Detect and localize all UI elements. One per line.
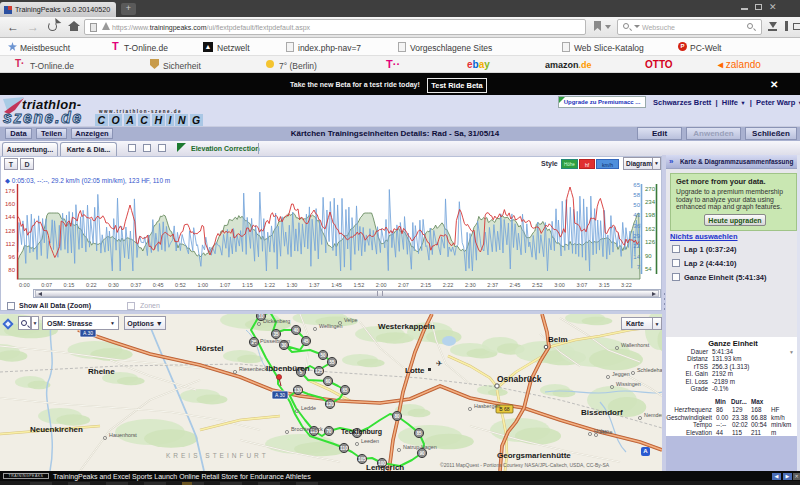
svg-text:162: 162	[645, 226, 656, 232]
svg-text:80: 80	[394, 414, 400, 419]
svg-text:2:15: 2:15	[420, 282, 431, 288]
svg-text:Höhe: Höhe	[594, 428, 607, 434]
svg-text:2:45: 2:45	[510, 282, 521, 288]
svg-text:Riesenbeck: Riesenbeck	[239, 366, 267, 372]
svg-text:KREIS STEINFURT: KREIS STEINFURT	[166, 452, 269, 459]
svg-text:54: 54	[645, 266, 652, 272]
svg-text:1:15: 1:15	[242, 282, 253, 288]
svg-text:3:07: 3:07	[577, 282, 588, 288]
svg-text:Ibbenbüren: Ibbenbüren	[266, 364, 310, 373]
svg-text:✈: ✈	[436, 359, 443, 368]
svg-text:60: 60	[325, 379, 331, 384]
svg-text:65: 65	[633, 182, 640, 188]
svg-text:Tecklenburg: Tecklenburg	[341, 428, 382, 436]
svg-text:55: 55	[329, 360, 335, 365]
svg-text:Hasbergen: Hasbergen	[474, 403, 500, 409]
svg-text:126: 126	[645, 239, 656, 245]
svg-text:144: 144	[5, 214, 16, 220]
svg-text:35: 35	[273, 332, 279, 337]
svg-text:2:22: 2:22	[443, 282, 454, 288]
svg-text:45: 45	[303, 339, 309, 344]
svg-text:22: 22	[633, 243, 640, 249]
svg-text:1:00: 1:00	[197, 282, 208, 288]
svg-text:125: 125	[315, 369, 323, 374]
svg-text:Georgsmarienhütte: Georgsmarienhütte	[497, 451, 571, 460]
svg-text:Natrup-Hagen: Natrup-Hagen	[403, 444, 437, 450]
svg-text:128: 128	[5, 228, 16, 234]
svg-text:105: 105	[358, 457, 366, 462]
svg-text:Brochterbeck: Brochterbeck	[291, 426, 323, 432]
svg-text:90: 90	[645, 253, 652, 259]
svg-text:Belm: Belm	[548, 335, 568, 344]
svg-text:1:07: 1:07	[220, 282, 231, 288]
svg-text:Dickenberg: Dickenberg	[263, 318, 290, 324]
svg-text:58: 58	[633, 192, 640, 198]
svg-text:B 68: B 68	[499, 406, 510, 412]
svg-text:198: 198	[645, 212, 656, 218]
svg-text:Hörstel: Hörstel	[196, 344, 224, 353]
svg-text:Bissendorf: Bissendorf	[581, 408, 623, 417]
svg-text:Wallenhorst: Wallenhorst	[621, 342, 650, 348]
svg-text:1:52: 1:52	[354, 282, 365, 288]
svg-text:2:07: 2:07	[398, 282, 409, 288]
svg-text:112: 112	[5, 241, 15, 247]
svg-text:A 30: A 30	[275, 392, 285, 398]
svg-text:29: 29	[633, 233, 640, 239]
svg-text:2:30: 2:30	[465, 282, 476, 288]
svg-text:234: 234	[645, 199, 656, 205]
svg-text:Wissingen: Wissingen	[616, 381, 641, 387]
svg-text:3:00: 3:00	[554, 282, 565, 288]
svg-text:65: 65	[342, 388, 348, 393]
svg-text:Neuenkirchen: Neuenkirchen	[30, 425, 83, 434]
svg-text:120: 120	[326, 402, 334, 407]
svg-text:43: 43	[633, 212, 640, 218]
svg-text:40: 40	[293, 328, 299, 333]
svg-text:2:52: 2:52	[532, 282, 543, 288]
svg-text:Lotte: Lotte	[405, 366, 425, 375]
svg-text:160: 160	[5, 201, 16, 207]
svg-text:Osnabrück: Osnabrück	[497, 374, 542, 384]
svg-text:110: 110	[340, 446, 348, 451]
svg-text:1:37: 1:37	[309, 282, 320, 288]
svg-text:Lengerich: Lengerich	[366, 463, 404, 471]
svg-text:90: 90	[419, 451, 425, 456]
svg-text:Hauenhorst: Hauenhorst	[109, 432, 137, 438]
svg-text:Velpe: Velpe	[344, 317, 358, 323]
svg-text:3:22: 3:22	[621, 282, 632, 288]
svg-text:0:07: 0:07	[41, 282, 52, 288]
svg-text:50: 50	[633, 202, 640, 208]
svg-text:0:37: 0:37	[131, 282, 142, 288]
svg-text:3:15: 3:15	[599, 282, 610, 288]
svg-text:70: 70	[326, 429, 332, 434]
svg-text:Westerkappeln: Westerkappeln	[378, 322, 435, 331]
svg-text:0:52: 0:52	[175, 282, 186, 288]
svg-text:2:00: 2:00	[376, 282, 387, 288]
svg-text:270: 270	[645, 186, 656, 192]
svg-text:0:45: 0:45	[153, 282, 164, 288]
svg-text:176: 176	[5, 188, 16, 194]
svg-text:96: 96	[8, 254, 15, 260]
svg-text:©2011 MapQuest - Portions Cour: ©2011 MapQuest - Portions Courtesy NASA/…	[440, 462, 610, 468]
svg-text:Leeden: Leeden	[361, 438, 379, 444]
svg-text:Jeggen: Jeggen	[612, 371, 630, 377]
svg-text:0:22: 0:22	[86, 282, 97, 288]
svg-text:Ledde: Ledde	[301, 405, 316, 411]
svg-text:0:30: 0:30	[108, 282, 119, 288]
svg-text:1:30: 1:30	[287, 282, 298, 288]
svg-text:Püsselbüren: Püsselbüren	[260, 338, 290, 344]
svg-text:80: 80	[8, 267, 15, 273]
svg-text:0:15: 0:15	[64, 282, 75, 288]
svg-text:130: 130	[294, 388, 302, 393]
svg-text:A 30: A 30	[83, 330, 93, 336]
svg-text:1:22: 1:22	[264, 282, 275, 288]
svg-text:1:45: 1:45	[331, 282, 342, 288]
svg-text:2:37: 2:37	[487, 282, 498, 288]
svg-text:14: 14	[633, 254, 640, 260]
svg-text:Rheine: Rheine	[88, 367, 115, 376]
svg-text:0:00: 0:00	[19, 282, 30, 288]
svg-text:36: 36	[633, 223, 640, 229]
svg-text:50: 50	[320, 353, 326, 358]
svg-text:85: 85	[416, 431, 422, 436]
